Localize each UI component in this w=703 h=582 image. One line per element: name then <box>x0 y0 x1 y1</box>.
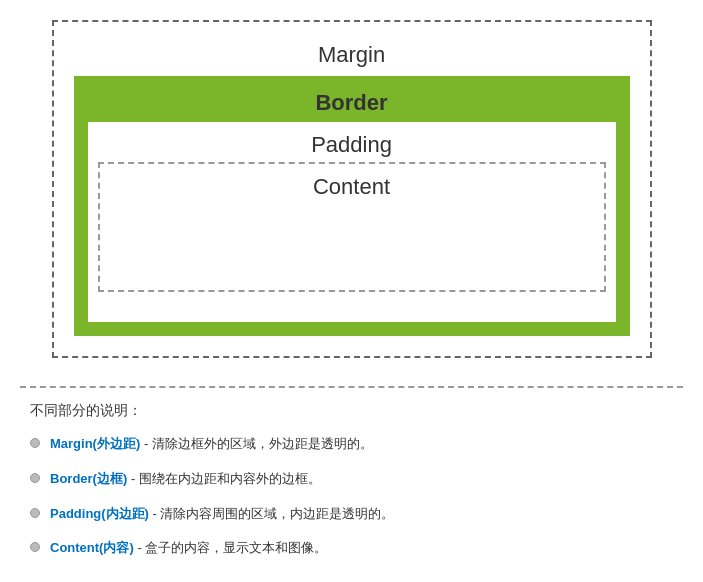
padding-box: Padding Content <box>88 122 616 322</box>
divider <box>20 386 683 388</box>
margin-label: Margin <box>74 42 630 68</box>
term-1: Border(边框) <box>50 471 127 486</box>
border-box: Border Padding Content <box>74 76 630 336</box>
description-list: Margin(外边距) - 清除边框外的区域，外边距是透明的。Border(边框… <box>30 434 673 559</box>
text-wrapper-0: Margin(外边距) - 清除边框外的区域，外边距是透明的。 <box>50 434 373 455</box>
description-title: 不同部分的说明： <box>30 402 673 420</box>
desc-text-2: - 清除内容周围的区域，内边距是透明的。 <box>149 506 395 521</box>
text-wrapper-1: Border(边框) - 围绕在内边距和内容外的边框。 <box>50 469 321 490</box>
description-section: 不同部分的说明： Margin(外边距) - 清除边框外的区域，外边距是透明的。… <box>20 402 683 559</box>
margin-box: Margin Border Padding Content <box>52 20 652 358</box>
description-item-2: Padding(内边距) - 清除内容周围的区域，内边距是透明的。 <box>30 504 673 525</box>
desc-text-0: - 清除边框外的区域，外边距是透明的。 <box>140 436 373 451</box>
desc-text-3: - 盒子的内容，显示文本和图像。 <box>134 540 328 555</box>
term-3: Content(内容) <box>50 540 134 555</box>
padding-label: Padding <box>98 132 606 158</box>
bullet-icon-1 <box>30 473 40 483</box>
desc-text-1: - 围绕在内边距和内容外的边框。 <box>127 471 321 486</box>
description-item-0: Margin(外边距) - 清除边框外的区域，外边距是透明的。 <box>30 434 673 455</box>
term-0: Margin(外边距) <box>50 436 140 451</box>
bullet-icon-2 <box>30 508 40 518</box>
border-label: Border <box>88 90 616 116</box>
description-item-1: Border(边框) - 围绕在内边距和内容外的边框。 <box>30 469 673 490</box>
text-wrapper-3: Content(内容) - 盒子的内容，显示文本和图像。 <box>50 538 327 559</box>
term-2: Padding(内边距) <box>50 506 149 521</box>
content-box: Content <box>98 162 606 292</box>
description-item-3: Content(内容) - 盒子的内容，显示文本和图像。 <box>30 538 673 559</box>
text-wrapper-2: Padding(内边距) - 清除内容周围的区域，内边距是透明的。 <box>50 504 395 525</box>
bullet-icon-0 <box>30 438 40 448</box>
diagram-wrapper: Margin Border Padding Content <box>20 10 683 378</box>
bullet-icon-3 <box>30 542 40 552</box>
content-label: Content <box>110 174 594 200</box>
